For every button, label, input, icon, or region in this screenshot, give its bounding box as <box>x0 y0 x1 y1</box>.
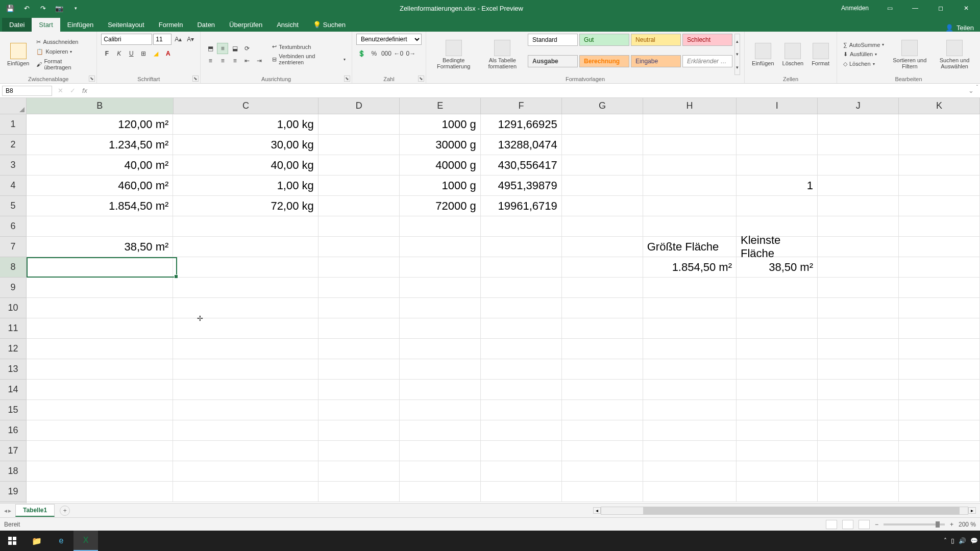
cell-K1[interactable] <box>899 114 980 135</box>
align-top-icon[interactable]: ⬒ <box>205 43 216 54</box>
cell-B19[interactable] <box>27 482 173 502</box>
cell-B7[interactable]: 38,50 m² <box>27 237 173 257</box>
clipboard-dialog-launcher[interactable]: ⬊ <box>89 76 95 82</box>
cell-D7[interactable] <box>318 237 400 257</box>
cell-B5[interactable]: 1.854,50 m² <box>27 196 173 216</box>
cell-B14[interactable] <box>27 380 173 400</box>
cell-D17[interactable] <box>318 441 400 461</box>
cell-D19[interactable] <box>318 482 400 502</box>
comma-icon[interactable]: 000 <box>381 48 392 59</box>
format-cells-button[interactable]: Format <box>808 34 832 75</box>
cell-C7[interactable] <box>173 237 318 257</box>
increase-decimal-icon[interactable]: ←0 <box>393 48 404 59</box>
cell-D1[interactable] <box>318 114 400 135</box>
cell-G16[interactable] <box>562 420 643 441</box>
cell-I10[interactable] <box>737 298 818 318</box>
cell-F11[interactable] <box>481 318 562 339</box>
cell-H11[interactable] <box>643 318 737 339</box>
cell-F12[interactable] <box>481 339 562 359</box>
cell-C4[interactable]: 1,00 kg <box>173 176 318 196</box>
cell-B11[interactable] <box>27 318 173 339</box>
tab-review[interactable]: Überprüfen <box>222 18 270 32</box>
align-bottom-icon[interactable]: ⬓ <box>229 43 240 54</box>
cell-I9[interactable] <box>737 278 818 298</box>
tab-data[interactable]: Daten <box>190 18 222 32</box>
number-format-select[interactable]: Benutzerdefiniert <box>356 34 422 45</box>
qat-more-icon[interactable]: ▾ <box>69 2 82 14</box>
tab-insert[interactable]: Einfügen <box>60 18 101 32</box>
decrease-indent-icon[interactable]: ⇤ <box>241 55 253 66</box>
signin-link[interactable]: Anmelden <box>841 5 869 12</box>
cell-K14[interactable] <box>899 380 980 400</box>
cell-H16[interactable] <box>643 420 737 441</box>
currency-icon[interactable]: 💲 <box>356 48 368 59</box>
row-header-6[interactable]: 6 <box>0 216 26 237</box>
cell-D6[interactable] <box>318 216 400 237</box>
cell-K11[interactable] <box>899 318 980 339</box>
cell-J16[interactable] <box>818 420 899 441</box>
cell-F19[interactable] <box>481 482 562 502</box>
excel-task[interactable]: X <box>74 531 98 551</box>
cell-B3[interactable]: 40,00 m² <box>27 155 173 176</box>
row-header-11[interactable]: 11 <box>0 318 26 339</box>
cell-K13[interactable] <box>899 359 980 380</box>
cell-I15[interactable] <box>737 400 818 420</box>
cell-C11[interactable] <box>173 318 318 339</box>
column-header-I[interactable]: I <box>737 98 818 114</box>
page-break-view-button[interactable] <box>859 520 870 529</box>
cell-J14[interactable] <box>818 380 899 400</box>
cell-K5[interactable] <box>899 196 980 216</box>
cell-E3[interactable]: 40000 g <box>400 155 481 176</box>
cell-B16[interactable] <box>27 420 173 441</box>
style-eingabe[interactable]: Eingabe <box>631 55 681 67</box>
cell-C16[interactable] <box>173 420 318 441</box>
cell-E11[interactable] <box>400 318 481 339</box>
bold-button[interactable]: F <box>101 48 112 59</box>
cell-E18[interactable] <box>400 461 481 482</box>
share-button[interactable]: Teilen <box>957 24 974 32</box>
cell-B8[interactable] <box>27 257 173 278</box>
cell-D12[interactable] <box>318 339 400 359</box>
italic-button[interactable]: K <box>113 48 125 59</box>
cell-K17[interactable] <box>899 441 980 461</box>
row-header-13[interactable]: 13 <box>0 359 26 380</box>
cell-J11[interactable] <box>818 318 899 339</box>
cell-C18[interactable] <box>173 461 318 482</box>
cell-I7[interactable]: Kleinste Fläche <box>737 237 818 257</box>
cell-G2[interactable] <box>562 135 643 155</box>
cell-H13[interactable] <box>643 359 737 380</box>
copy-button[interactable]: 📋Kopieren▾ <box>34 47 92 56</box>
cell-I5[interactable] <box>737 196 818 216</box>
column-header-J[interactable]: J <box>818 98 899 114</box>
cell-H10[interactable] <box>643 298 737 318</box>
percent-icon[interactable]: % <box>369 48 380 59</box>
cell-J7[interactable] <box>818 237 899 257</box>
redo-icon[interactable]: ↷ <box>37 2 49 14</box>
column-header-D[interactable]: D <box>318 98 400 114</box>
quick-print-icon[interactable]: 📷 <box>53 2 65 14</box>
zoom-level[interactable]: 200 % <box>959 521 976 528</box>
column-header-F[interactable]: F <box>481 98 562 114</box>
cell-F2[interactable]: 13288,0474 <box>481 135 562 155</box>
minimize-icon[interactable]: — <box>903 0 927 16</box>
zoom-in-button[interactable]: + <box>950 521 953 528</box>
cell-K6[interactable] <box>899 216 980 237</box>
cut-button[interactable]: ✂Ausschneiden <box>34 38 92 46</box>
cell-H1[interactable] <box>643 114 737 135</box>
row-header-7[interactable]: 7 <box>0 237 26 257</box>
cell-H18[interactable] <box>643 461 737 482</box>
column-header-C[interactable]: C <box>174 98 319 114</box>
cell-C15[interactable] <box>173 400 318 420</box>
name-box[interactable] <box>2 86 52 96</box>
cell-C9[interactable] <box>173 278 318 298</box>
row-header-5[interactable]: 5 <box>0 196 26 216</box>
style-neutral[interactable]: Neutral <box>631 34 681 46</box>
cell-I4[interactable]: 1 <box>737 176 818 196</box>
style-gut[interactable]: Gut <box>579 34 629 46</box>
cell-C3[interactable]: 40,00 kg <box>173 155 318 176</box>
cell-B2[interactable]: 1.234,50 m² <box>27 135 173 155</box>
cell-G14[interactable] <box>562 380 643 400</box>
row-header-14[interactable]: 14 <box>0 380 26 400</box>
hscroll-right-icon[interactable]: ▸ <box>968 507 976 514</box>
hscroll-thumb[interactable] <box>643 507 960 514</box>
